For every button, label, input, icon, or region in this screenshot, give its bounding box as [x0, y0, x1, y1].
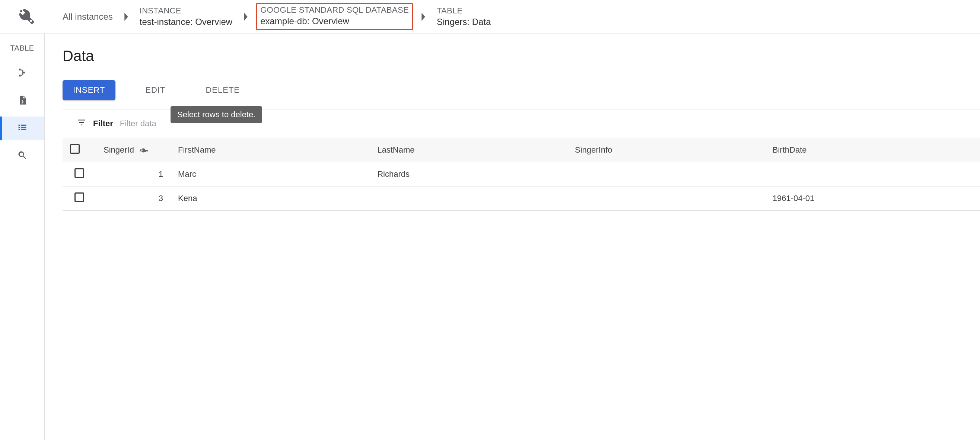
checkbox-icon[interactable]: [70, 144, 80, 154]
data-grid-icon: [17, 122, 27, 134]
topbar: All instances INSTANCE test-instance: Ov…: [0, 0, 980, 33]
cell-firstname: Marc: [170, 162, 370, 186]
breadcrumb-database-main: example-db: Overview: [260, 15, 409, 27]
filter-bar: Filter: [62, 110, 980, 138]
cell-singerid: 1: [96, 162, 170, 186]
checkbox-icon[interactable]: [75, 192, 84, 202]
insert-button[interactable]: INSERT: [62, 80, 115, 100]
breadcrumb-instance[interactable]: INSTANCE test-instance: Overview: [137, 4, 235, 29]
rail-item-data[interactable]: [0, 116, 44, 140]
cell-birthdate: 1961-04-01: [765, 186, 980, 211]
main-content: Data INSERT EDIT DELETE Select rows to d…: [45, 33, 980, 440]
breadcrumb-database-eyebrow: GOOGLE STANDARD SQL DATABASE: [260, 5, 409, 16]
query-file-icon: [17, 95, 27, 107]
breadcrumb-instance-main: test-instance: Overview: [140, 16, 232, 27]
page-title: Data: [62, 48, 980, 64]
cell-firstname: Kena: [170, 186, 370, 211]
cell-singerinfo: [568, 186, 765, 211]
schema-tree-icon: [17, 67, 27, 79]
action-bar: INSERT EDIT DELETE Select rows to delete…: [62, 80, 980, 100]
edit-button[interactable]: EDIT: [135, 80, 176, 100]
column-header-firstname[interactable]: FirstName: [170, 138, 370, 162]
breadcrumb-table-eyebrow: TABLE: [437, 6, 491, 16]
breadcrumb-table[interactable]: TABLE Singers: Data: [434, 4, 494, 29]
cell-singerid: 3: [96, 186, 170, 211]
column-header-singerid[interactable]: SingerId: [96, 138, 170, 162]
delete-button[interactable]: DELETE: [195, 80, 250, 100]
rail-title: TABLE: [10, 44, 34, 52]
cell-singerinfo: [568, 162, 765, 186]
chevron-right-icon: [121, 13, 131, 21]
product-logo[interactable]: [8, 6, 45, 27]
search-icon: [17, 150, 27, 162]
cell-lastname: Richards: [370, 162, 568, 186]
chevron-right-icon: [418, 13, 429, 21]
filter-icon: [77, 118, 86, 130]
breadcrumb-table-main: Singers: Data: [437, 16, 491, 27]
breadcrumb-instance-eyebrow: INSTANCE: [140, 6, 232, 16]
table-row[interactable]: 3Kena1961-04-01: [62, 186, 980, 211]
column-header-birthdate[interactable]: BirthDate: [765, 138, 980, 162]
table-header-row: SingerId FirstName LastName SingerInfo B…: [62, 138, 980, 162]
spanner-wrench-icon: [16, 6, 36, 27]
row-select-cell[interactable]: [62, 162, 96, 186]
table-row[interactable]: 1MarcRichards: [62, 162, 980, 186]
row-select-cell[interactable]: [62, 186, 96, 211]
column-header-singerinfo[interactable]: SingerInfo: [568, 138, 765, 162]
cell-lastname: [370, 186, 568, 211]
filter-label: Filter: [93, 119, 113, 129]
breadcrumb: All instances INSTANCE test-instance: Ov…: [45, 3, 494, 30]
rail-item-search[interactable]: [0, 144, 44, 168]
breadcrumb-database[interactable]: GOOGLE STANDARD SQL DATABASE example-db:…: [256, 3, 413, 30]
rail-item-schema[interactable]: [0, 62, 44, 85]
checkbox-icon[interactable]: [75, 168, 84, 178]
left-rail: TABLE: [0, 33, 45, 440]
column-header-label: SingerId: [103, 145, 134, 154]
chevron-right-icon: [240, 13, 251, 21]
filter-input[interactable]: [120, 119, 232, 129]
data-table: SingerId FirstName LastName SingerInfo B…: [62, 138, 980, 211]
breadcrumb-all-instances[interactable]: All instances: [60, 10, 116, 24]
column-header-lastname[interactable]: LastName: [370, 138, 568, 162]
cell-birthdate: [765, 162, 980, 186]
rail-item-query[interactable]: [0, 89, 44, 113]
header-select-all[interactable]: [62, 138, 96, 162]
primary-key-icon: [136, 145, 148, 154]
